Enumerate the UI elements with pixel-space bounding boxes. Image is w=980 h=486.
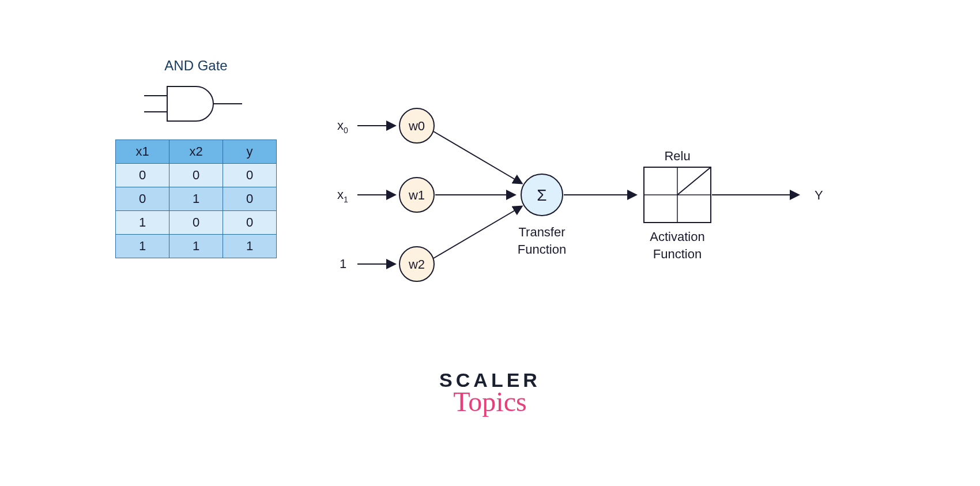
table-cell: 0 <box>116 164 169 187</box>
table-cell: 0 <box>223 211 277 235</box>
and-gate-icon <box>133 78 259 129</box>
weight-w0-label: w0 <box>408 119 425 133</box>
table-header: x1 <box>116 140 169 164</box>
input-x1-label: x1 <box>337 187 348 204</box>
sigma-symbol: Σ <box>537 186 546 204</box>
table-row: 1 1 1 <box>116 235 277 258</box>
table-header-row: x1 x2 y <box>116 140 277 164</box>
table-header: x2 <box>169 140 223 164</box>
arrow-icon <box>434 206 522 258</box>
gate-title: AND Gate <box>112 58 280 74</box>
table-header: y <box>223 140 277 164</box>
weight-w1-label: w1 <box>408 188 425 202</box>
logo-bottom-text: Topics <box>0 386 980 417</box>
table-row: 1 0 0 <box>116 211 277 235</box>
arrow-icon <box>434 131 522 183</box>
input-x0-label: x0 <box>337 118 348 135</box>
transfer-label: Transfer <box>518 225 565 239</box>
relu-title: Relu <box>664 149 690 163</box>
output-label: Y <box>815 188 823 202</box>
table-cell: 0 <box>116 187 169 211</box>
table-cell: 1 <box>116 235 169 258</box>
activation-label: Activation <box>650 229 704 244</box>
table-cell: 1 <box>169 235 223 258</box>
weight-w2-label: w2 <box>408 257 425 272</box>
left-panel: AND Gate x1 x2 y 0 0 0 0 1 <box>112 58 280 258</box>
truth-table: x1 x2 y 0 0 0 0 1 0 1 0 0 1 1 <box>115 140 277 258</box>
transfer-label: Function <box>518 242 566 257</box>
table-cell: 1 <box>169 187 223 211</box>
table-cell: 0 <box>169 211 223 235</box>
table-cell: 0 <box>223 164 277 187</box>
input-bias-label: 1 <box>340 257 346 271</box>
perceptron-diagram: x0 x1 1 w0 w1 w2 Σ Transfer Function Rel… <box>320 86 856 329</box>
table-cell: 0 <box>223 187 277 211</box>
scaler-topics-logo: SCALER Topics <box>0 369 980 417</box>
table-cell: 1 <box>223 235 277 258</box>
table-row: 0 1 0 <box>116 187 277 211</box>
table-cell: 0 <box>169 164 223 187</box>
relu-box-icon <box>644 167 711 223</box>
table-cell: 1 <box>116 211 169 235</box>
table-row: 0 0 0 <box>116 164 277 187</box>
activation-label: Function <box>653 247 702 261</box>
